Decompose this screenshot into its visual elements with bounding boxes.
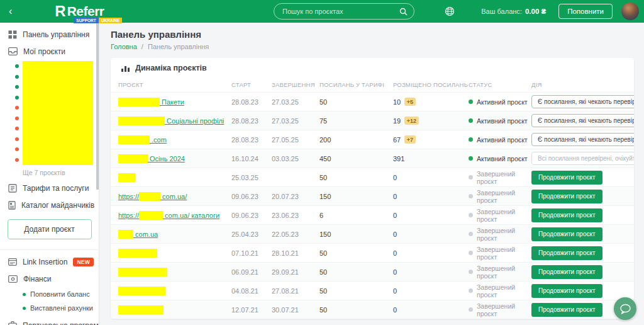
- sidebar-item-partner-program[interactable]: Партнерська програма: [0, 320, 99, 325]
- chart-icon: [121, 64, 130, 72]
- project-link-prefix[interactable]: https://: [118, 212, 139, 219]
- table-row: 07.10.2128.10.21500Завершений проєктПрод…: [111, 243, 634, 262]
- start-date: 28.08.23: [231, 117, 272, 125]
- project-name-cell: Осінь 2024: [118, 154, 231, 163]
- add-project-button[interactable]: Додати проєкт: [8, 219, 92, 239]
- redacted-text: [118, 305, 164, 314]
- start-date: 06.09.21: [231, 268, 272, 276]
- sidebar-project-item-redacted[interactable]: [0, 103, 99, 113]
- status-cell: Завершений проєкт: [469, 227, 531, 242]
- finances-icon: [8, 275, 18, 283]
- links-in-tariff: 6: [319, 212, 393, 219]
- sidebar-project-item-redacted[interactable]: [0, 155, 99, 166]
- project-link[interactable]: com.ua/: [160, 193, 187, 200]
- action-cell: Продовжити проєкт: [531, 208, 634, 222]
- status-dot-icon: [469, 175, 473, 180]
- links-in-tariff: 50: [319, 98, 393, 106]
- project-link[interactable]: Пакети: [160, 98, 184, 106]
- sidebar-item-catalog[interactable]: Каталог майданчиків +4486: [0, 200, 99, 210]
- column-header: РОЗМІЩЕНО ПОСИЛАНЬ: [393, 81, 469, 88]
- search-input[interactable]: [274, 8, 399, 15]
- table-row: https:// com.ua/09.06.2320.07.231500Заве…: [111, 186, 634, 205]
- action-cell: Продовжити проєкт: [531, 284, 634, 298]
- sidebar-item-dashboard[interactable]: Панель управління: [0, 29, 99, 40]
- status-cell: Активний проєкт: [469, 117, 531, 125]
- links-placed: 0: [393, 287, 469, 295]
- breadcrumb-home-link[interactable]: Головна: [111, 43, 137, 50]
- project-link[interactable]: Осінь 2024: [148, 155, 185, 162]
- action-cell: Продовжити проєкт: [531, 190, 634, 203]
- sidebar: Панель управління Мої проєкти Ще 7 проєк…: [0, 23, 99, 325]
- sidebar-item-tariffs[interactable]: Тарифи та послуги: [0, 183, 99, 193]
- project-link-prefix[interactable]: https://: [118, 193, 139, 200]
- continue-project-button[interactable]: Продовжити проєкт: [531, 284, 602, 298]
- links-check-status-button[interactable]: Є посилання, які чекають перевірки: [531, 133, 634, 146]
- sidebar-project-item-redacted[interactable]: [0, 61, 99, 72]
- sidebar-item-label: Панель управління: [23, 30, 89, 39]
- sidebar-project-item-redacted[interactable]: [0, 123, 99, 134]
- sidebar-project-item-redacted[interactable]: [0, 82, 99, 93]
- continue-project-button[interactable]: Продовжити проєкт: [531, 171, 602, 185]
- language-globe-icon[interactable]: [445, 6, 455, 16]
- links-placed: 391: [393, 155, 469, 162]
- sidebar-item-my-projects[interactable]: Мої проєкти: [0, 46, 99, 57]
- sidebar-subitem-finances[interactable]: Поповнити баланс: [23, 290, 99, 298]
- sidebar-scrollbar[interactable]: [96, 23, 99, 190]
- sidebar-subitem-finances[interactable]: Виставлені рахунки: [23, 304, 99, 312]
- links-in-tariff: 50: [319, 287, 393, 295]
- sidebar-project-item-redacted[interactable]: [0, 134, 99, 145]
- continue-project-button[interactable]: Продовжити проєкт: [531, 190, 602, 203]
- catalog-icon: [8, 201, 16, 210]
- continue-project-button[interactable]: Продовжити проєкт: [531, 303, 602, 317]
- links-check-status-button[interactable]: Всі посилання перевірені, очікуйте нові: [531, 152, 634, 165]
- table-row: com.ua25.04.2322.05.231500Завершений про…: [111, 224, 634, 243]
- project-link[interactable]: .com: [150, 136, 167, 144]
- redacted-project-name: [23, 155, 93, 166]
- links-placed: 0: [393, 174, 469, 181]
- links-placed: 0: [393, 231, 469, 238]
- sidebar-item-link-insertion[interactable]: Link Insertion NEW: [0, 256, 99, 267]
- links-in-tariff: 50: [319, 268, 393, 276]
- chat-widget-button[interactable]: [614, 297, 636, 320]
- sidebar-project-item-redacted[interactable]: [0, 144, 99, 155]
- status-cell: Завершений проєкт: [469, 170, 531, 185]
- start-date: 12.07.21: [231, 306, 272, 314]
- more-projects-link[interactable]: Ще 7 проєктів: [23, 169, 99, 176]
- status-label: Активний проєкт: [477, 155, 528, 162]
- sidebar-item-finances[interactable]: Фінанси: [0, 273, 99, 284]
- project-link[interactable]: com.ua/ каталоги: [163, 212, 219, 219]
- sidebar-project-item-redacted[interactable]: [0, 93, 99, 103]
- search-icon[interactable]: [399, 8, 408, 16]
- links-check-status-button[interactable]: Є посилання, які чекають перевірки: [531, 114, 634, 127]
- user-avatar[interactable]: [621, 3, 639, 20]
- project-link[interactable]: Соціальні профілі: [165, 117, 224, 125]
- column-header: ЗАВЕРШЕННЯ: [272, 81, 319, 88]
- links-check-status-button[interactable]: Є посилання, які чекають перевірки: [531, 95, 634, 108]
- project-name-cell: [118, 173, 231, 182]
- status-dot-icon: [469, 251, 473, 255]
- red-bullet-icon: [15, 137, 19, 141]
- sidebar-item-label: Каталог майданчиків: [21, 201, 94, 210]
- topup-button[interactable]: Поповнити: [558, 4, 613, 19]
- sidebar-project-item-redacted[interactable]: [0, 72, 99, 83]
- projects-dynamics-card: Динаміка проєктів ПРОЄКТСТАРТЗАВЕРШЕННЯП…: [111, 58, 634, 319]
- continue-project-button[interactable]: Продовжити проєкт: [531, 246, 602, 260]
- sidebar-collapse-icon[interactable]: ‹: [9, 6, 12, 16]
- continue-project-button[interactable]: Продовжити проєкт: [531, 227, 602, 241]
- project-link[interactable]: com.ua: [133, 231, 158, 238]
- continue-project-button[interactable]: Продовжити проєкт: [531, 265, 602, 279]
- column-header: ДІЯ: [531, 81, 634, 88]
- start-date: 25.04.23: [231, 231, 272, 238]
- project-search[interactable]: [274, 3, 414, 20]
- logo-support-ukraine-badge: SUPPORT UKRAINE: [74, 18, 122, 23]
- red-bullet-icon: [15, 147, 19, 151]
- redacted-project-name: [23, 113, 93, 124]
- continue-project-button[interactable]: Продовжити проєкт: [531, 208, 602, 222]
- project-name-cell: com.ua: [118, 230, 231, 239]
- redacted-text: [118, 135, 150, 144]
- card-title: Динаміка проєктів: [135, 64, 207, 72]
- app-logo[interactable]: R Referr SUPPORT UKRAINE: [55, 0, 104, 23]
- links-in-tariff: 150: [319, 231, 393, 238]
- status-dot-icon: [469, 288, 473, 293]
- sidebar-project-item-redacted[interactable]: [0, 113, 99, 124]
